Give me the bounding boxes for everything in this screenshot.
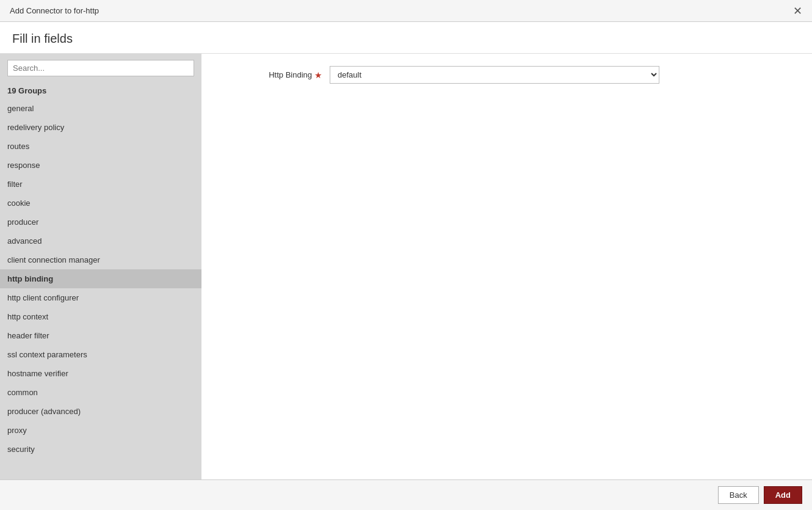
sidebar-item-http-context[interactable]: http context — [0, 307, 201, 326]
sidebar: 19 Groups generalredelivery policyroutes… — [0, 54, 201, 479]
sidebar-item-client-connection-manager[interactable]: client connection manager — [0, 250, 201, 269]
sidebar-item-proxy[interactable]: proxy — [0, 421, 201, 440]
sidebar-item-producer-advanced[interactable]: producer (advanced) — [0, 402, 201, 421]
sidebar-item-routes[interactable]: routes — [0, 137, 201, 156]
sidebar-item-cookie[interactable]: cookie — [0, 194, 201, 213]
sidebar-list: generalredelivery policyroutesresponsefi… — [0, 99, 201, 479]
sidebar-item-common[interactable]: common — [0, 383, 201, 402]
http-binding-label: Http Binding ★ — [220, 70, 330, 80]
sidebar-item-producer[interactable]: producer — [0, 213, 201, 231]
groups-header: 19 Groups — [0, 82, 201, 99]
sidebar-item-general[interactable]: general — [0, 99, 201, 118]
sidebar-item-http-client-configurer[interactable]: http client configurer — [0, 288, 201, 307]
sidebar-item-redelivery-policy[interactable]: redelivery policy — [0, 118, 201, 137]
sidebar-item-ssl-context-parameters[interactable]: ssl context parameters — [0, 345, 201, 364]
modal: Add Connector to for-http ✕ Fill in fiel… — [0, 0, 812, 510]
search-container — [0, 54, 201, 82]
sidebar-item-header-filter[interactable]: header filter — [0, 326, 201, 345]
modal-header: Add Connector to for-http ✕ — [0, 0, 812, 22]
modal-footer: Back Add — [0, 479, 812, 510]
fill-in-header: Fill in fields — [0, 22, 812, 54]
main-content: Http Binding ★ default — [201, 54, 812, 479]
http-binding-field-row: Http Binding ★ default — [220, 66, 794, 84]
sidebar-item-filter[interactable]: filter — [0, 175, 201, 194]
http-binding-label-text: Http Binding — [269, 70, 312, 79]
sidebar-item-advanced[interactable]: advanced — [0, 231, 201, 250]
required-icon: ★ — [314, 70, 322, 80]
content-area: 19 Groups generalredelivery policyroutes… — [0, 54, 812, 479]
back-button[interactable]: Back — [718, 486, 759, 504]
add-button[interactable]: Add — [764, 486, 802, 504]
sidebar-item-http-binding[interactable]: http binding — [0, 269, 201, 288]
sidebar-item-security[interactable]: security — [0, 440, 201, 459]
sidebar-item-hostname-verifier[interactable]: hostname verifier — [0, 364, 201, 383]
search-input[interactable] — [7, 60, 194, 76]
modal-title: Add Connector to for-http — [10, 6, 99, 15]
http-binding-select[interactable]: default — [330, 66, 659, 84]
fill-in-title: Fill in fields — [12, 32, 800, 46]
sidebar-item-response[interactable]: response — [0, 156, 201, 175]
close-button[interactable]: ✕ — [793, 5, 802, 16]
